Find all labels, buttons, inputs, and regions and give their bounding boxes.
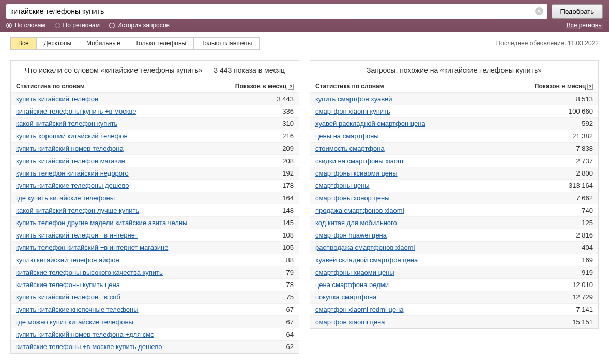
- query-link[interactable]: продажа смартфонов xiaomi: [315, 207, 404, 214]
- table-row: смартфон huawei цена2 816: [310, 229, 598, 242]
- query-link[interactable]: где купить китайские телефоны: [16, 194, 115, 202]
- rows-left: купить китайский телефон3 443китайские т…: [11, 93, 299, 353]
- table-row: смартфоны ксиаоми цены2 800: [310, 167, 598, 180]
- query-link[interactable]: купить смартфон хуавей: [315, 95, 392, 103]
- table-row: хуавей складной смартфон цена169: [310, 254, 598, 266]
- table-row: куплю китайский телефон айфон88: [11, 254, 299, 266]
- table-row: продажа смартфонов xiaomi740: [310, 204, 598, 217]
- count-value: 208: [277, 157, 294, 165]
- query-link[interactable]: смартфон xiaomi redmi цена: [315, 306, 404, 313]
- count-value: 100 660: [564, 107, 593, 115]
- table-row: купить китайский номер телефона +для смс…: [11, 328, 299, 341]
- table-row: смартфон xiaomi купить100 660: [310, 105, 598, 118]
- table-row: купить китайские телефоны дешево178: [11, 180, 299, 192]
- query-link[interactable]: купить китайский телефон: [16, 95, 98, 103]
- table-row: какой китайский телефон лучше купить148: [11, 204, 299, 217]
- query-link[interactable]: смартфоны хонор цены: [315, 194, 390, 202]
- query-link[interactable]: хуавей складной смартфон цена: [315, 256, 418, 264]
- table-row: купить хороший китайский телефон216: [11, 130, 299, 143]
- table-row: смартфон xiaomi redmi цена7 141: [310, 304, 598, 316]
- count-value: 67: [281, 318, 294, 326]
- table-row: где можно купит китайские телефоны67: [11, 316, 299, 328]
- count-value: 192: [277, 169, 294, 177]
- table-row: китайские телефоны купить цена78: [11, 279, 299, 291]
- table-row: цена смартфона редми12 010: [310, 279, 598, 291]
- query-link[interactable]: купить китайские телефоны дешево: [16, 182, 129, 189]
- query-link[interactable]: китайские телефоны купить цена: [16, 281, 120, 289]
- query-link[interactable]: где можно купит китайские телефоны: [16, 318, 133, 326]
- search-row: ✕ Подобрать: [6, 4, 603, 19]
- query-link[interactable]: смартфоны ксиаоми цены: [315, 169, 398, 177]
- count-value: 2 816: [571, 231, 593, 239]
- query-link[interactable]: купить хороший китайский телефон: [16, 132, 128, 140]
- tab-phones[interactable]: Только телефоны: [128, 37, 194, 50]
- table-row: цены на смартфоны21 382: [310, 130, 598, 143]
- count-value: 592: [576, 120, 593, 128]
- count-value: 78: [281, 281, 294, 289]
- clear-icon[interactable]: ✕: [535, 7, 543, 15]
- query-link[interactable]: купить телефон китайский недорого: [16, 169, 129, 177]
- query-link[interactable]: купить китайский телефон +в спб: [16, 293, 120, 301]
- query-link[interactable]: смартфоны хиаоми цены: [315, 268, 394, 276]
- search-input[interactable]: [6, 4, 547, 19]
- query-link[interactable]: китайские телефоны купить +в москве: [16, 107, 136, 115]
- table-row: купить китайский телефон +в спб75: [11, 291, 299, 304]
- content: Что искали со словом «китайские телефоны…: [0, 54, 609, 360]
- query-link[interactable]: стоимость смартфона: [315, 145, 385, 152]
- query-link[interactable]: купить телефон другие мадели китайские а…: [16, 219, 187, 227]
- tab-mobiles[interactable]: Мобильные: [79, 37, 128, 50]
- count-value: 105: [277, 244, 294, 251]
- query-link[interactable]: купить китайские кнопочные телефоны: [16, 306, 139, 313]
- search-wrap: ✕: [6, 4, 547, 19]
- radio-history[interactable]: История запросов: [109, 22, 170, 29]
- col-count-label: Показов в месяц?: [235, 83, 294, 90]
- query-link[interactable]: смартфон huawei цена: [315, 231, 387, 239]
- query-link[interactable]: купить китайский номер телефона: [16, 145, 124, 152]
- count-value: 310: [277, 120, 294, 128]
- query-link[interactable]: хуавей раскладной смартфон цена: [315, 120, 425, 128]
- query-link[interactable]: купить китайский телефон +в интернет: [16, 231, 138, 239]
- query-link[interactable]: какой китайский телефон лучше купить: [16, 207, 139, 214]
- count-value: 7 662: [571, 194, 593, 202]
- query-link[interactable]: купить китайский номер телефона +для смс: [16, 330, 154, 338]
- count-value: 2 737: [571, 157, 593, 165]
- count-value: 62: [281, 343, 294, 351]
- query-link[interactable]: код китая для мобильного: [315, 219, 397, 227]
- all-regions-link[interactable]: Все регионы: [567, 22, 603, 29]
- query-link[interactable]: какой китайский телефон купить: [16, 120, 117, 128]
- query-link[interactable]: покупка смартфона: [315, 293, 376, 301]
- query-link[interactable]: скидки на смартфоны xiaomi: [315, 157, 405, 165]
- table-row: купить телефон китайский +в интернет маг…: [11, 242, 299, 254]
- table-row: купить смартфон хуавей8 513: [310, 93, 598, 105]
- radio-label: По словам: [14, 22, 45, 29]
- query-link[interactable]: китайские телефоны высокого качества куп…: [16, 268, 163, 276]
- count-value: 7 838: [571, 145, 593, 152]
- query-link[interactable]: смартфон xiaomi купить: [315, 107, 390, 115]
- query-link[interactable]: куплю китайский телефон айфон: [16, 256, 119, 264]
- radio-by-words[interactable]: По словам: [6, 22, 45, 29]
- count-value: 148: [277, 207, 294, 214]
- query-link[interactable]: цены на смартфоны: [315, 132, 379, 140]
- tab-tablets[interactable]: Только планшеты: [193, 37, 260, 50]
- query-link[interactable]: распродажа смартфонов xiaomi: [315, 244, 415, 251]
- tab-desktops[interactable]: Десктопы: [36, 37, 79, 50]
- radio-by-regions[interactable]: По регионам: [55, 22, 100, 29]
- query-link[interactable]: цена смартфона редми: [315, 281, 389, 289]
- count-value: 7 141: [571, 306, 593, 313]
- count-value: 336: [277, 107, 294, 115]
- table-row: скидки на смартфоны xiaomi2 737: [310, 155, 598, 167]
- table-row: китайские телефоны +в москве купить деше…: [11, 341, 299, 353]
- table-row: смартфон xiaomi цена15 151: [310, 316, 598, 328]
- radio-label: История запросов: [117, 22, 170, 29]
- tab-all[interactable]: Все: [10, 37, 36, 50]
- help-icon[interactable]: ?: [587, 84, 593, 90]
- query-link[interactable]: смартфон xiaomi цена: [315, 318, 385, 326]
- help-icon[interactable]: ?: [288, 84, 294, 90]
- table-row: хуавей раскладной смартфон цена592: [310, 118, 598, 130]
- query-link[interactable]: китайские телефоны +в москве купить деше…: [16, 343, 162, 351]
- submit-button[interactable]: Подобрать: [552, 4, 603, 19]
- query-link[interactable]: купить китайский телефон магазин: [16, 157, 125, 165]
- query-link[interactable]: смартфоны цены: [315, 182, 370, 189]
- panel-title-right: Запросы, похожие на «китайские телефоны …: [310, 61, 598, 80]
- query-link[interactable]: купить телефон китайский +в интернет маг…: [16, 244, 168, 251]
